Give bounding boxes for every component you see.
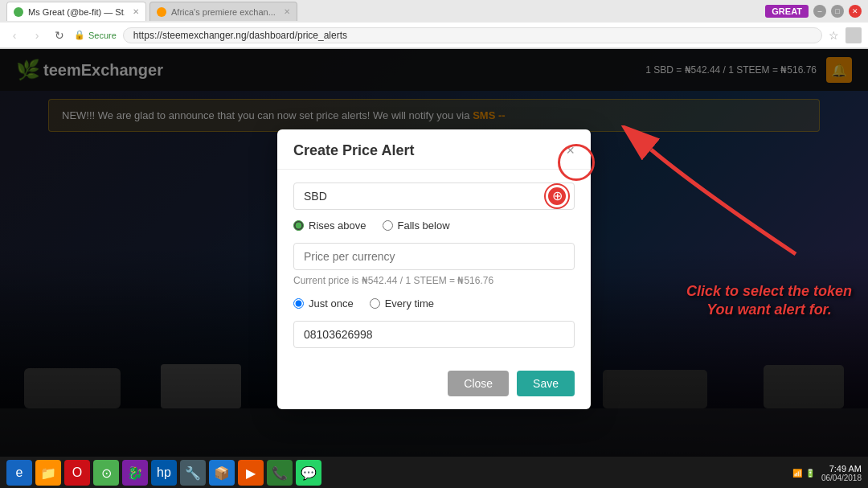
token-select-button[interactable]: ⊕: [546, 185, 568, 207]
taskbar: e 📁 O ⊙ 🐉 hp 🔧 📦 ▶ 📞 💬 📶 🔋 7:49 AM 06/04…: [0, 457, 868, 488]
taskbar-ie-icon[interactable]: e: [6, 460, 32, 486]
great-badge: GREAT: [765, 5, 809, 18]
taskbar-hp-icon[interactable]: hp: [151, 460, 177, 486]
secure-badge: 🔒 Secure: [74, 30, 117, 40]
create-price-alert-modal: Create Price Alert × ⊕ Rises above: [277, 129, 591, 409]
just-once-radio[interactable]: [293, 298, 304, 309]
modal-close-button[interactable]: ×: [566, 143, 575, 158]
url-bar[interactable]: https://steemexchanger.ng/dashboard/pric…: [123, 27, 822, 43]
inactive-tab[interactable]: Africa's premiere exchan... ✕: [149, 2, 297, 21]
tab-title-1: Ms Great (@be-fit) — St...: [28, 7, 125, 17]
close-button[interactable]: Close: [448, 371, 509, 396]
token-input[interactable]: [293, 182, 575, 210]
price-input[interactable]: [293, 243, 575, 270]
rises-above-radio[interactable]: [293, 220, 304, 231]
every-time-label[interactable]: Every time: [370, 297, 434, 310]
tab-favicon-1: [14, 7, 23, 17]
taskbar-orange-icon[interactable]: ▶: [238, 460, 264, 486]
bookmark-icon[interactable]: ☆: [829, 29, 839, 42]
taskbar-blue-icon[interactable]: 📦: [209, 460, 235, 486]
taskbar-dragon-icon[interactable]: 🐉: [122, 460, 148, 486]
falls-below-radio[interactable]: [383, 220, 393, 231]
taskbar-folder-icon[interactable]: 📁: [35, 460, 61, 486]
token-select-row: ⊕: [293, 182, 575, 210]
modal-header: Create Price Alert ×: [277, 129, 591, 170]
tab-close-1[interactable]: ✕: [133, 7, 139, 16]
save-button[interactable]: Save: [517, 371, 575, 396]
tab-favicon-2: [157, 7, 166, 17]
secure-label: Secure: [88, 31, 117, 40]
tab-title-2: Africa's premiere exchan...: [171, 7, 276, 17]
tab-close-2[interactable]: ✕: [284, 7, 290, 16]
active-tab[interactable]: Ms Great (@be-fit) — St... ✕: [6, 2, 146, 21]
battery-icon: 🔋: [805, 469, 815, 478]
phone-input[interactable]: [293, 321, 575, 348]
network-icon: 📶: [792, 469, 802, 478]
taskbar-right: 📶 🔋 7:49 AM 06/04/2018: [792, 464, 862, 482]
system-tray: 📶 🔋: [792, 469, 815, 478]
modal-body: ⊕ Rises above Falls below Curren: [277, 170, 591, 361]
alert-type-radio-group: Rises above Falls below: [293, 219, 575, 232]
taskbar-whatsapp-icon[interactable]: 💬: [296, 460, 321, 486]
maximize-button[interactable]: □: [831, 5, 844, 18]
just-once-label[interactable]: Just once: [293, 297, 354, 310]
taskbar-green-icon[interactable]: 📞: [267, 460, 293, 486]
rises-above-label[interactable]: Rises above: [293, 219, 366, 232]
modal-overlay: Create Price Alert × ⊕ Rises above: [0, 49, 868, 488]
date-display: 06/04/2018: [821, 474, 862, 482]
extension-icon[interactable]: [845, 27, 862, 43]
clock: 7:49 AM: [821, 464, 862, 474]
taskbar-opera-icon[interactable]: O: [64, 460, 90, 486]
window-close-button[interactable]: ✕: [849, 5, 862, 18]
modal-footer: Close Save: [277, 361, 591, 409]
minimize-button[interactable]: –: [813, 5, 826, 18]
taskbar-misc-icon[interactable]: 🔧: [180, 460, 206, 486]
every-time-radio[interactable]: [370, 298, 380, 309]
taskbar-chrome-icon[interactable]: ⊙: [93, 460, 119, 486]
notification-frequency-group: Just once Every time: [293, 297, 575, 310]
back-button[interactable]: ‹: [6, 27, 23, 43]
refresh-button[interactable]: ↻: [51, 27, 68, 43]
current-price-text: Current price is ₦542.44 / 1 STEEM = ₦51…: [293, 275, 575, 286]
lock-icon: 🔒: [74, 30, 85, 40]
time-display: 7:49 AM 06/04/2018: [821, 464, 862, 482]
falls-below-label[interactable]: Falls below: [383, 219, 450, 232]
forward-button[interactable]: ›: [29, 27, 45, 43]
modal-title: Create Price Alert: [293, 142, 414, 159]
